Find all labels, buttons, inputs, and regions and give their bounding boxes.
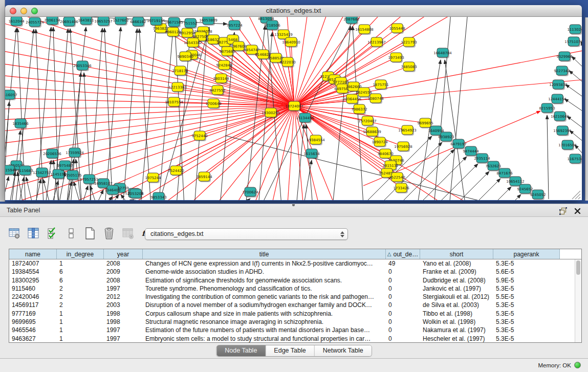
graph-edge[interactable] [180,71,294,106]
table-cell[interactable]: 22420046 [9,293,57,301]
table-cell[interactable]: Corpus callosum shape and size in male p… [143,310,386,318]
graph-node[interactable]: 1733426 [393,183,409,193]
tab-node-table[interactable]: Node Table [216,345,266,356]
table-cell[interactable]: de Silva et al. (2003) [420,301,493,309]
graph-node[interactable]: 1167534 [567,154,582,164]
graph-edge[interactable] [399,171,489,200]
table-cell[interactable]: 2012 [104,293,143,301]
graph-node[interactable]: 7485083 [401,62,417,72]
tab-edge-table[interactable]: Edge Table [266,345,314,356]
table-cell[interactable]: 2 [57,293,104,301]
graph-edge[interactable] [123,29,137,200]
table-cell[interactable]: 9777169 [9,310,57,318]
table-cell[interactable]: Nakamura et al. (1997) [420,326,493,334]
table-cell[interactable]: Changes of HCN gene expression and I(f) … [143,259,386,268]
column-header-short[interactable]: short [420,249,493,259]
close-panel-icon[interactable] [573,206,582,215]
graph-node[interactable]: 8960128 [165,27,181,37]
graph-node[interactable]: 1080748 [367,94,383,104]
table-row[interactable]: 969969511998Structural magnetic resonanc… [9,318,581,326]
graph-edge[interactable] [269,106,294,200]
graph-node[interactable]: 2516057 [5,90,17,100]
column-header-pagerank[interactable]: pagerank [493,249,560,259]
graph-node[interactable]: 2087682 [343,17,359,25]
graph-node[interactable]: 20691406 [60,17,78,27]
graph-node[interactable]: 10653257 [94,17,113,27]
table-cell[interactable]: Dudbridge et al. (2008) [420,276,493,285]
table-cell[interactable]: 5.3E-5 [493,259,560,268]
table-cell[interactable]: 1997 [104,335,143,343]
table-cell[interactable]: 0 [386,301,420,309]
graph-node[interactable]: 16154808 [355,25,374,35]
graph-node[interactable]: 2803144 [213,74,229,84]
table-cell[interactable]: 5.3E-5 [493,326,560,334]
graph-node[interactable]: 9227342 [554,66,570,76]
graph-edge[interactable] [445,60,465,200]
table-cell[interactable]: 0 [386,276,420,285]
graph-node[interactable]: 1973493 [388,53,404,63]
table-cell[interactable]: Embryonic stem cells: a model to study s… [143,335,386,343]
table-row[interactable]: 977716911998Corpus callosum shape and si… [9,310,581,318]
graph-edge[interactable] [434,17,451,200]
graph-edge[interactable] [128,200,134,200]
graph-edge[interactable] [17,172,23,200]
table-cell[interactable]: Estimation of significance thresholds fo… [143,276,386,285]
graph-node[interactable]: 8215953 [539,103,555,114]
table-cell[interactable]: Franke et al. (2009) [420,268,493,276]
graph-node[interactable]: 8222030 [279,57,295,68]
graph-node[interactable]: 9245052 [530,190,546,200]
table-cell[interactable]: Investigating the contribution of common… [143,293,386,301]
graph-node[interactable]: 8938923 [438,132,454,142]
table-cell[interactable]: 9115460 [9,285,57,293]
select-columns-icon[interactable] [26,226,40,240]
table-cell[interactable]: 0 [386,318,420,326]
table-cell[interactable]: 19384554 [9,268,57,276]
table-cell[interactable]: 0 [386,310,420,318]
graph-edge[interactable] [5,106,294,176]
graph-node[interactable]: 7859144 [196,172,212,182]
graph-node[interactable]: 19654923 [398,125,417,136]
graph-node[interactable]: 9875685 [219,47,235,57]
graph-node[interactable]: 751552 [184,18,198,29]
graph-node[interactable]: 1875751 [373,80,388,90]
table-cell[interactable]: 2 [57,285,104,293]
graph-edge[interactable] [245,199,250,200]
graph-edge[interactable] [26,177,32,200]
graph-edge[interactable] [410,179,500,200]
network-canvas[interactable]: 1872400718300295193845547963822896012889… [5,17,582,200]
table-cell[interactable]: 5.3E-5 [493,310,560,318]
graph-node[interactable]: 12342757 [33,168,51,178]
graph-node[interactable]: 1221793 [401,37,417,48]
table-cell[interactable]: 49 [386,259,420,268]
table-cell[interactable]: 14569117 [9,301,57,309]
graph-edge[interactable] [5,19,294,106]
table-cell[interactable]: Stergiakouli et al. (2012) [420,293,493,301]
graph-node[interactable]: 7857224 [226,20,243,31]
graph-edge[interactable] [5,106,294,109]
table-cell[interactable]: Wolkin et al. (1998) [420,318,493,326]
graph-edge[interactable] [581,41,582,57]
table-cell[interactable]: 1 [57,310,104,318]
table-cell[interactable]: Estimation of the future numbers of pati… [143,326,386,334]
column-header-name[interactable]: name [9,249,57,259]
table-panel-header[interactable]: Table Panel [0,204,588,217]
graph-edge[interactable] [5,102,9,200]
table-cell[interactable]: Genome-wide association studies in ADHD. [143,268,386,276]
graph-edge[interactable] [294,17,308,106]
graph-node[interactable]: 15720407 [358,116,377,126]
graph-node[interactable]: 20053346 [73,61,92,71]
graph-edge[interactable] [46,160,51,200]
table-cell[interactable]: 1997 [104,285,143,293]
graph-node[interactable]: 15134456 [296,113,314,123]
graph-edge[interactable] [449,17,468,200]
table-cell[interactable]: 0 [386,335,420,343]
table-cell[interactable]: 5.3E-5 [493,285,560,293]
graph-node[interactable]: 9853343 [150,192,166,200]
graph-edge[interactable] [565,84,582,100]
graph-node[interactable]: 12213383 [168,82,187,93]
table-cell[interactable]: 5.5E-5 [493,293,560,301]
tab-network-table[interactable]: Network Table [315,345,372,356]
select-all-icon[interactable] [45,226,59,240]
graph-node[interactable]: 7524420 [168,166,184,176]
graph-node[interactable]: 20206536 [43,149,61,159]
